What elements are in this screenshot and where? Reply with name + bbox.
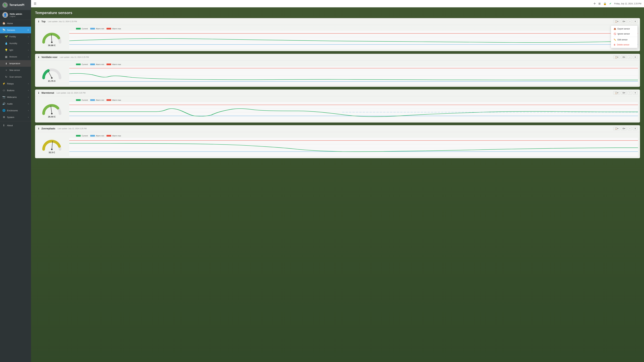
logout-link[interactable]: Logout bbox=[10, 15, 22, 17]
sidebar-item-moisture[interactable]: ▦ Moisture › bbox=[0, 53, 31, 60]
sidebar-item-light[interactable]: 💡 light › bbox=[0, 47, 31, 53]
gauge-svg-ventilatie bbox=[39, 66, 64, 79]
main-area: ☰ ✛ ⊞ 🔒 ✔ Friday, July 12, 2024, 2:25 PM… bbox=[31, 0, 644, 362]
fertility-icon: 🌱 bbox=[5, 35, 8, 38]
chart-legend-ventilatie: Current Alarm min Alarm max bbox=[69, 63, 638, 65]
chart-legend-top: Current Alarm min Alarm max bbox=[69, 28, 638, 30]
chart-area-top: Current Alarm min Alarm max bbox=[68, 26, 640, 50]
sidebar-item-sensors[interactable]: 📡 Sensors ▾ bbox=[0, 27, 31, 33]
sensor-close-btn-warmtemat[interactable]: ✕ bbox=[633, 91, 638, 94]
check-icon[interactable]: ✔ bbox=[609, 2, 612, 5]
legend-alarm-min-top: Alarm min bbox=[90, 28, 104, 30]
sensor-minimize-btn-warmtemat[interactable]: − bbox=[628, 91, 632, 94]
chart-area-ventilatie: Current Alarm min Alarm max bbox=[68, 62, 640, 85]
sensor-settings-btn-zonneplaats[interactable]: ⚙▾ bbox=[621, 127, 627, 130]
menu-toggle-icon[interactable]: ☰ bbox=[34, 2, 36, 5]
export-icon: 📤 bbox=[614, 28, 616, 30]
sensor-close-btn-ventilatie[interactable]: ✕ bbox=[633, 55, 638, 59]
context-menu-ignore[interactable]: 🚫 Ignore sensor bbox=[611, 31, 638, 36]
svg-point-10 bbox=[51, 77, 53, 79]
ignore-icon: 🚫 bbox=[614, 33, 616, 35]
chart-svg-warmtemat bbox=[69, 102, 638, 120]
sidebar-item-humidity[interactable]: 💧 Humidity › bbox=[0, 40, 31, 47]
sidebar-label-scan-sensors: Scan sensors bbox=[10, 76, 22, 78]
sidebar: 🦎 TerrariumPI 👤 Hello admin Logout 🏠 Hom… bbox=[0, 0, 31, 362]
chart-warmtemat bbox=[69, 102, 638, 120]
enclosures-icon: 🌐 bbox=[2, 109, 5, 112]
sidebar-item-about[interactable]: ℹ About bbox=[0, 122, 31, 129]
sensors-chevron: ▾ bbox=[28, 29, 29, 31]
context-menu-edit[interactable]: ✏️ Edit sensor bbox=[611, 37, 638, 42]
sensor-name-zonneplaats: Zonneplaats bbox=[42, 127, 55, 130]
sidebar-item-home[interactable]: 🏠 Home bbox=[0, 20, 31, 27]
sensor-minimize-btn-zonneplaats[interactable]: − bbox=[628, 127, 632, 130]
context-menu-delete[interactable]: 🗑 Delete sensor bbox=[611, 42, 638, 47]
legend-current-box-top bbox=[76, 28, 81, 29]
sensor-close-btn-top[interactable]: ✕ bbox=[633, 20, 638, 23]
thermometer-icon-warmtemat: 🌡 bbox=[38, 91, 40, 94]
audio-chevron: › bbox=[28, 103, 29, 105]
sidebar-label-relays: Relays bbox=[7, 82, 14, 85]
gauge-value-warmtemat: 28.44 C bbox=[48, 115, 56, 118]
sensor-settings-btn-warmtemat[interactable]: ⚙▾ bbox=[621, 91, 627, 94]
legend-alarm-max-box-top bbox=[106, 28, 111, 29]
sidebar-item-new-sensor[interactable]: ＋ New sensor bbox=[0, 67, 31, 73]
sensor-minimize-btn-ventilatie[interactable]: − bbox=[628, 55, 632, 59]
app-icon: 🦎 bbox=[2, 2, 8, 8]
context-menu: 📤 Export sensor 🚫 Ignore sensor ✏️ Edit … bbox=[611, 25, 638, 48]
edit-icon: ✏️ bbox=[614, 38, 616, 41]
sidebar-item-relays[interactable]: ⚡ Relays › bbox=[0, 80, 31, 87]
context-menu-divider bbox=[611, 37, 638, 37]
legend-alarm-min-box-top bbox=[90, 28, 95, 29]
sensor-time-top: Last update: July 12, 2024 2:25 PM bbox=[48, 20, 77, 22]
relays-icon: ⚡ bbox=[2, 82, 5, 85]
sidebar-divider bbox=[0, 121, 31, 121]
context-export-label: Export sensor bbox=[618, 28, 630, 30]
sidebar-item-temperature[interactable]: 🌡 temperature bbox=[0, 60, 31, 67]
sensor-export-btn-ventilatie[interactable]: 📋▾ bbox=[613, 55, 620, 59]
sensor-card-warmtemat: 🌡 Warmtemat Last update: July 12, 2024 2… bbox=[35, 89, 640, 122]
sensor-time-warmtemat: Last update: July 12, 2024 2:25 PM bbox=[56, 92, 86, 94]
chart-area-zonneplaats: Current Alarm min Alarm max bbox=[68, 133, 640, 157]
sidebar-label-temperature: temperature bbox=[10, 62, 20, 65]
gauge-value-ventilatie: 21.75 C bbox=[48, 80, 56, 82]
sensor-export-btn-warmtemat[interactable]: 📋▾ bbox=[613, 91, 620, 94]
gauge-zonneplaats: 32.5 C bbox=[35, 133, 68, 157]
legend-current-top: Current bbox=[76, 28, 88, 30]
gauge-svg-top bbox=[39, 30, 64, 44]
sensor-name-top: Top bbox=[42, 20, 46, 23]
sensor-export-btn-zonneplaats[interactable]: 📋▾ bbox=[613, 127, 620, 130]
sidebar-item-system[interactable]: ⚙ System › bbox=[0, 114, 31, 120]
sensor-minimize-btn-top[interactable]: − bbox=[628, 20, 632, 23]
sidebar-label-buttons: Buttons bbox=[7, 89, 14, 92]
legend-alarm-min-ventilatie: Alarm min bbox=[90, 63, 104, 65]
sensor-close-btn-zonneplaats[interactable]: ✕ bbox=[633, 127, 638, 130]
sidebar-item-buttons[interactable]: ⬭ Buttons › bbox=[0, 87, 31, 94]
sensor-settings-btn-top[interactable]: ⚙▾ bbox=[621, 20, 627, 23]
gauge-value-zonneplaats: 32.5 C bbox=[49, 151, 55, 154]
svg-point-18 bbox=[51, 113, 53, 114]
lock-icon[interactable]: 🔒 bbox=[603, 2, 606, 5]
sensor-card-top-header: 🌡 Top Last update: July 12, 2024 2:25 PM… bbox=[35, 18, 640, 25]
chart-svg-top bbox=[69, 31, 638, 49]
home-icon: 🏠 bbox=[2, 22, 5, 25]
sidebar-item-fertility[interactable]: 🌱 Fertility › bbox=[0, 33, 31, 40]
sidebar-item-audio[interactable]: 🔊 Audio › bbox=[0, 100, 31, 107]
audio-icon: 🔊 bbox=[2, 102, 5, 105]
context-menu-export[interactable]: 📤 Export sensor bbox=[611, 26, 638, 31]
sensor-card-ventilatie: 🌡 Ventilatie voor Last update: July 12, … bbox=[35, 54, 640, 87]
sidebar-item-enclosures[interactable]: 🌐 Enclosures › bbox=[0, 107, 31, 114]
sidebar-item-webcams[interactable]: 📷 Webcams › bbox=[0, 94, 31, 100]
avatar: 👤 bbox=[2, 12, 8, 18]
moisture-icon: ▦ bbox=[5, 55, 8, 58]
sensor-time-ventilatie: Last update: July 12, 2024 2:25 PM bbox=[60, 56, 89, 58]
svg-line-9 bbox=[48, 71, 52, 78]
sensor-settings-btn-ventilatie[interactable]: ⚙▾ bbox=[621, 55, 627, 59]
sensor-export-btn-top[interactable]: 📋▾ bbox=[613, 20, 620, 23]
puzzle-icon[interactable]: ✛ bbox=[594, 2, 596, 5]
grid-icon[interactable]: ⊞ bbox=[598, 2, 600, 5]
sidebar-item-scan-sensors[interactable]: ↻ Scan sensors bbox=[0, 73, 31, 80]
sensor-card-top: 🌡 Top Last update: July 12, 2024 2:25 PM… bbox=[35, 18, 640, 51]
sensor-card-zonneplaats: 🌡 Zonneplaats Last update: July 12, 2024… bbox=[35, 125, 640, 158]
legend-alarm-min-warmtemat: Alarm min bbox=[90, 99, 104, 101]
